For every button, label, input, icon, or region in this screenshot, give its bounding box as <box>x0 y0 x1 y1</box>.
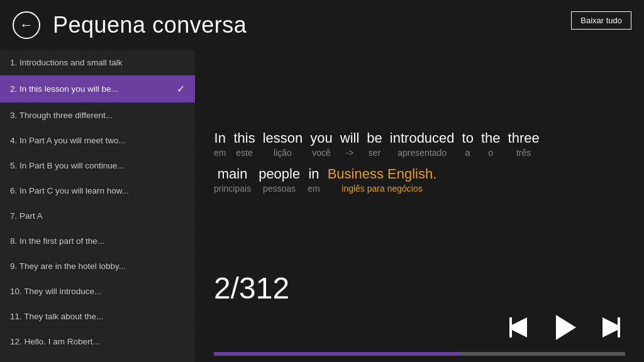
download-all-button[interactable]: Baixar tudo <box>571 11 631 30</box>
back-arrow-icon: ← <box>19 18 33 32</box>
play-icon <box>547 310 582 345</box>
sidebar-item-2[interactable]: 2. In this lesson you will be...✓ <box>0 75 195 103</box>
word-people: people pessoas <box>258 165 300 195</box>
word-the: the o <box>481 129 501 159</box>
word-this: this este <box>233 129 255 159</box>
sidebar-item-6[interactable]: 6. In Part C you will learn how... <box>0 178 195 204</box>
sidebar-item-5[interactable]: 5. In Part B you will continue... <box>0 153 195 178</box>
sidebar: 1. Introductions and small talk2. In thi… <box>0 50 195 362</box>
sidebar-item-11[interactable]: 11. They talk about the... <box>0 304 195 329</box>
sidebar-item-1[interactable]: 1. Introductions and small talk <box>0 50 195 75</box>
svg-marker-1 <box>556 315 576 340</box>
sentence-display: In em this este lesson lição you você wi… <box>214 63 625 267</box>
sidebar-item-10[interactable]: 10. They will introduce... <box>0 279 195 304</box>
word-in2: in em <box>308 165 319 195</box>
sidebar-item-4[interactable]: 4. In Part A you will meet two... <box>0 128 195 153</box>
sidebar-item-12[interactable]: 12. Hello. I am Robert... <box>0 329 195 354</box>
app-title: Pequena conversa <box>53 12 247 38</box>
header: ← Pequena conversa Baixar tudo <box>0 0 644 50</box>
sidebar-item-7[interactable]: 7. Part A <box>0 204 195 229</box>
word-business-english: Business English. inglês para negócios <box>328 165 437 195</box>
sidebar-item-8[interactable]: 8. In the first part of the... <box>0 229 195 254</box>
content-area: In em this este lesson lição you você wi… <box>195 50 644 362</box>
word-will: will -> <box>340 129 360 159</box>
word-lesson: lesson lição <box>263 129 303 159</box>
counter: 2/312 <box>214 273 625 304</box>
sentence-line2: main principais people pessoas in em Bus… <box>214 165 625 201</box>
play-button[interactable] <box>547 310 582 347</box>
prev-button[interactable] <box>504 312 535 344</box>
playback-controls <box>214 310 625 347</box>
svg-marker-2 <box>602 317 620 337</box>
back-button[interactable]: ← <box>13 11 40 39</box>
progress-bar-container[interactable] <box>214 352 625 356</box>
sidebar-item-3[interactable]: 3. Through three different... <box>0 103 195 128</box>
word-you: you você <box>310 129 332 159</box>
next-button[interactable] <box>595 312 625 344</box>
word-in: In em <box>214 129 226 159</box>
skip-forward-icon <box>595 312 625 343</box>
progress-bar-fill <box>214 352 460 356</box>
svg-marker-0 <box>509 317 527 337</box>
word-be: be ser <box>367 129 382 159</box>
word-main: main principais <box>214 165 251 195</box>
main-content: 1. Introductions and small talk2. In thi… <box>0 50 644 362</box>
controls-area: 2/312 <box>214 267 625 362</box>
checkmark-icon: ✓ <box>177 83 185 95</box>
word-to: to a <box>462 129 474 159</box>
skip-back-icon <box>504 312 535 343</box>
sentence-line1: In em this este lesson lição you você wi… <box>214 129 625 165</box>
word-three: three três <box>508 129 540 159</box>
sidebar-item-9[interactable]: 9. They are in the hotel lobby... <box>0 254 195 279</box>
word-introduced: introduced apresentado <box>390 129 455 159</box>
